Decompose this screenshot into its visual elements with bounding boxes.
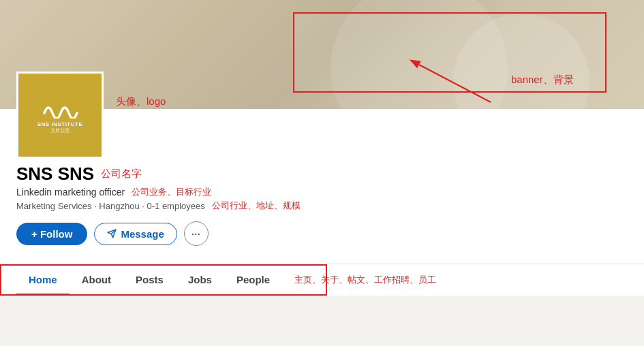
company-tagline: Linkedin marketing officer: [16, 187, 125, 198]
company-meta: Marketing Services · Hangzhou · 0-1 empl…: [16, 201, 205, 211]
message-label: Message: [121, 228, 164, 240]
company-tagline-row: Linkedin marketing officer 公司业务、目标行业: [16, 186, 628, 198]
nav-tabs-annotation: 主页、关于、帖文、工作招聘、员工: [282, 264, 448, 296]
profile-section: SNS INSTITUTE 艾斯艾思 头像、logo SNS SNS 公司名字 …: [0, 109, 644, 264]
send-icon: [107, 229, 117, 238]
profile-content: SNS SNS 公司名字 Linkedin marketing officer …: [16, 109, 628, 264]
avatar-institute-text: SNS INSTITUTE: [37, 121, 83, 127]
action-buttons: + Follow Message ···: [16, 221, 628, 246]
tagline-annotation: 公司业务、目标行业: [132, 186, 211, 198]
tab-home[interactable]: Home: [16, 264, 70, 296]
message-button[interactable]: Message: [94, 223, 177, 245]
meta-annotation: 公司行业、地址、规模: [212, 200, 301, 212]
company-name-row: SNS SNS 公司名字: [16, 163, 628, 185]
banner-label: banner、背景: [511, 74, 574, 86]
company-name-annotation: 公司名字: [101, 168, 142, 180]
nav-tabs: Home About Posts Jobs People 主页、关于、帖文、工作…: [0, 264, 644, 296]
avatar-logo-svg: [42, 97, 78, 119]
avatar-annotation: 头像、logo: [116, 95, 166, 108]
more-icon: ···: [191, 229, 201, 239]
tab-about[interactable]: About: [70, 264, 123, 296]
tab-posts[interactable]: Posts: [123, 264, 176, 296]
svg-line-1: [419, 65, 491, 102]
tab-people[interactable]: People: [224, 264, 282, 296]
company-avatar: SNS INSTITUTE 艾斯艾思: [16, 72, 104, 159]
page-container: banner、背景 SNS INSTITUTE 艾斯艾思 头像、logo SNS…: [0, 0, 644, 296]
company-name: SNS SNS: [16, 163, 94, 185]
more-button[interactable]: ···: [184, 221, 209, 246]
avatar-sub-text: 艾斯艾思: [50, 127, 70, 134]
company-meta-row: Marketing Services · Hangzhou · 0-1 empl…: [16, 200, 628, 212]
tab-jobs[interactable]: Jobs: [176, 264, 224, 296]
follow-button[interactable]: + Follow: [16, 223, 87, 245]
nav-tabs-section: Home About Posts Jobs People 主页、关于、帖文、工作…: [0, 264, 644, 296]
